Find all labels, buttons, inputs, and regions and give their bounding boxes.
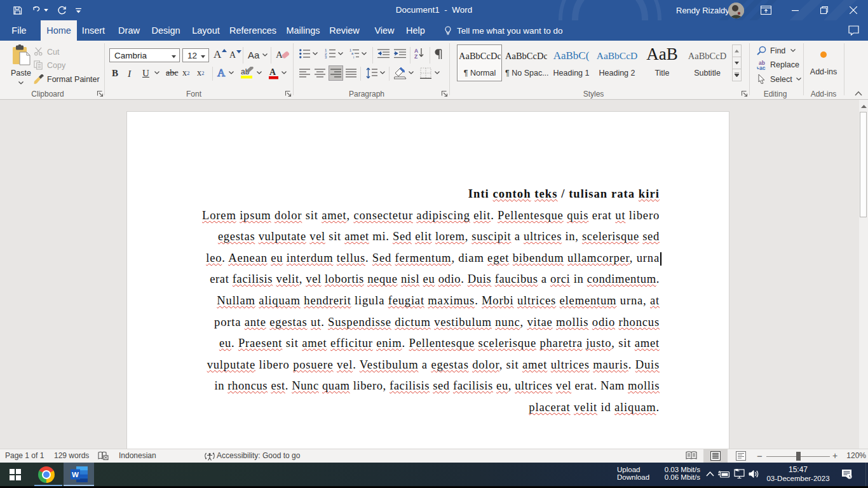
svg-text:ac: ac [759,65,766,71]
svg-text:i: i [353,55,354,58]
svg-text:W: W [72,471,79,478]
svg-text:3: 3 [325,55,327,58]
svg-text:Z: Z [414,53,417,59]
svg-text:A: A [276,50,283,60]
svg-text:A: A [269,67,276,77]
